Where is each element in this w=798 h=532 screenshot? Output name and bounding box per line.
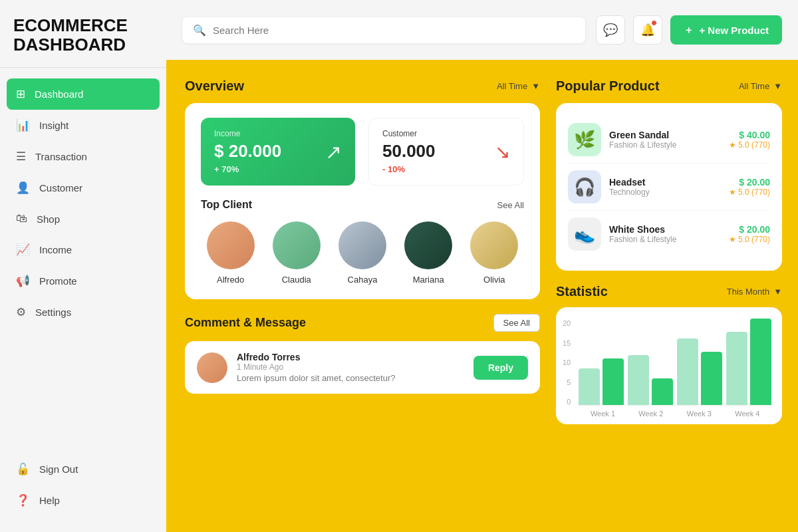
- content-area: Overview All Time ▼ Income $ 20.000 + 70…: [166, 60, 798, 532]
- product-image: 👟: [568, 217, 601, 251]
- sidebar-item-label: Transaction: [35, 151, 87, 162]
- trend-up-icon: ↗: [325, 140, 342, 164]
- top-client-see-all[interactable]: See All: [497, 200, 524, 210]
- overview-section: Overview All Time ▼ Income $ 20.000 + 70…: [185, 78, 540, 299]
- customer-change: - 10%: [382, 164, 436, 174]
- y-label: 10: [563, 358, 571, 366]
- product-price-col: $ 20.00 ★ 5.0 (770): [729, 177, 770, 197]
- dashboard-icon: ⊞: [16, 87, 25, 101]
- week-group: [628, 355, 673, 405]
- sidebar-item-income[interactable]: 📈 Income: [0, 234, 166, 265]
- avatar: [338, 221, 386, 269]
- sidebar-item-transaction[interactable]: ☰ Transaction: [0, 141, 166, 172]
- comment-section: Comment & Message See All Alfredo Torres…: [185, 314, 540, 394]
- client-item: Cahaya: [338, 221, 386, 285]
- week-group: [579, 358, 624, 405]
- comment-info: Alfredo Torres 1 Minute Ago Lorem ipsum …: [237, 352, 464, 383]
- sidebar-item-shop[interactable]: 🛍 Shop: [0, 203, 166, 234]
- insight-icon: 📊: [16, 118, 30, 132]
- sidebar-item-label: Settings: [35, 307, 71, 318]
- messages-button[interactable]: 💬: [596, 15, 625, 45]
- product-image: 🎧: [568, 170, 601, 203]
- sidebar-title: ECOMMERCE DASHBOARD: [0, 0, 166, 68]
- right-column: Popular Product All Time ▼ 🌿 Green Sanda…: [556, 78, 782, 516]
- sidebar-nav: ⊞ Dashboard 📊 Insight ☰ Transaction 👤 Cu…: [0, 73, 166, 532]
- sidebar-item-insight[interactable]: 📊 Insight: [0, 110, 166, 141]
- plus-icon: ＋: [684, 24, 694, 37]
- sidebar-item-customer[interactable]: 👤 Customer: [0, 172, 166, 203]
- trend-down-icon: ↘: [495, 141, 510, 163]
- search-bar[interactable]: 🔍: [182, 17, 585, 43]
- avatar: [207, 221, 255, 269]
- product-item: 👟 White Shoes Fashion & Lifestyle $ 20.0…: [568, 211, 770, 257]
- income-label: Income: [214, 129, 281, 138]
- avatar: [273, 221, 321, 269]
- comment-card: Alfredo Torres 1 Minute Ago Lorem ipsum …: [185, 341, 540, 394]
- sidebar-item-help[interactable]: ❓ Help: [0, 485, 166, 516]
- product-category: Technology: [609, 188, 721, 197]
- income-value: $ 20.000: [214, 141, 281, 162]
- commenter-name: Alfredo Torres: [237, 352, 464, 362]
- product-price: $ 20.00: [729, 177, 770, 188]
- bar-dark: [701, 352, 722, 405]
- product-info: Headset Technology: [609, 177, 721, 197]
- search-icon: 🔍: [193, 24, 206, 37]
- new-product-button[interactable]: ＋ + New Product: [670, 15, 782, 45]
- sidebar-item-label: Dashboard: [35, 88, 83, 100]
- product-item: 🌿 Green Sandal Fashion & Lifestyle $ 40.…: [568, 116, 770, 164]
- comment-text: Lorem ipsum dolor sit amet, consectetur?: [237, 373, 464, 383]
- commenter-avatar: [197, 352, 227, 383]
- product-info: Green Sandal Fashion & Lifestyle: [609, 130, 721, 150]
- transaction-icon: ☰: [16, 150, 26, 164]
- bar-light: [579, 368, 600, 405]
- popular-product-filter[interactable]: All Time ▼: [739, 81, 782, 91]
- sidebar-item-label: Shop: [37, 213, 60, 225]
- overview-card: Income $ 20.000 + 70% ↗ Customer 50.000 …: [185, 103, 540, 299]
- bar-light: [677, 338, 698, 405]
- overview-filter[interactable]: All Time ▼: [497, 81, 540, 91]
- product-rating: ★ 5.0 (770): [729, 140, 770, 150]
- product-item: 🎧 Headset Technology $ 20.00 ★ 5.0 (770): [568, 164, 770, 211]
- comment-section-header: Comment & Message See All: [185, 314, 540, 332]
- product-name: Green Sandal: [609, 130, 721, 140]
- sidebar-item-label: Promote: [39, 275, 77, 287]
- bars-row: [579, 319, 771, 406]
- chevron-down-icon: ▼: [773, 287, 782, 297]
- bar-dark: [652, 378, 673, 405]
- left-column: Overview All Time ▼ Income $ 20.000 + 70…: [185, 78, 540, 516]
- client-name: Mariana: [413, 275, 444, 285]
- reply-button[interactable]: Reply: [473, 356, 528, 380]
- help-icon: ❓: [16, 493, 30, 507]
- statistic-filter[interactable]: This Month ▼: [727, 287, 782, 297]
- week-group: [677, 338, 722, 405]
- chevron-down-icon: ▼: [773, 81, 782, 91]
- sidebar-item-signout[interactable]: 🔓 Sign Out: [0, 454, 166, 485]
- statistic-header: Statistic This Month ▼: [556, 284, 782, 299]
- client-name: Claudia: [282, 275, 311, 285]
- statistic-chart-card: 20 15 10 5 0: [556, 307, 782, 424]
- comment-see-all-button[interactable]: See All: [493, 314, 540, 332]
- popular-product-header: Popular Product All Time ▼: [556, 78, 782, 94]
- notifications-button[interactable]: 🔔: [633, 15, 662, 45]
- product-price: $ 20.00: [729, 224, 770, 235]
- product-image: 🌿: [568, 123, 601, 156]
- product-name: Headset: [609, 177, 721, 188]
- header-actions: 💬 🔔 ＋ + New Product: [596, 15, 782, 45]
- overview-title: Overview: [185, 78, 244, 94]
- stats-row: Income $ 20.000 + 70% ↗ Customer 50.000 …: [201, 118, 524, 186]
- client-item: Mariana: [404, 221, 452, 285]
- client-name: Alfredo: [217, 275, 244, 285]
- client-name: Cahaya: [348, 275, 378, 285]
- sidebar-item-promote[interactable]: 📢 Promote: [0, 265, 166, 297]
- search-input[interactable]: [213, 25, 575, 36]
- y-label: 15: [563, 339, 571, 347]
- client-item: Olivia: [470, 221, 518, 285]
- sidebar-item-settings[interactable]: ⚙ Settings: [0, 297, 166, 328]
- customer-value: 50.000: [382, 141, 436, 162]
- sidebar-item-dashboard[interactable]: ⊞ Dashboard: [7, 78, 160, 110]
- product-price-col: $ 40.00 ★ 5.0 (770): [729, 130, 770, 150]
- week-label: Week 2: [627, 410, 675, 418]
- signout-icon: 🔓: [16, 462, 30, 476]
- bar-dark: [750, 319, 771, 405]
- product-name: White Shoes: [609, 224, 721, 235]
